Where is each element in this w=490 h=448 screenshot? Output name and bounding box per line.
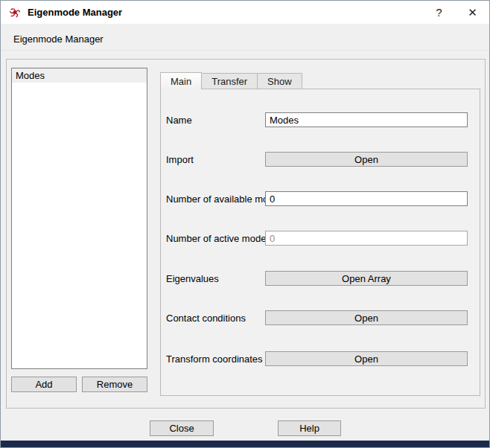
tab-main[interactable]: Main	[160, 72, 202, 89]
eigenmode-manager-dialog: Eigenmode Manager ? ✕ Eigenmode Manager …	[0, 0, 490, 448]
active-modes-label: Number of active modes	[166, 233, 271, 244]
titlebar-buttons: ? ✕	[422, 1, 489, 24]
modes-list[interactable]: Modes	[11, 68, 147, 369]
list-item-modes[interactable]: Modes	[12, 68, 147, 83]
available-modes-input[interactable]	[265, 191, 468, 206]
close-button[interactable]: Close	[150, 420, 214, 436]
help-button[interactable]: ?	[422, 1, 456, 24]
tab-bar: Main Transfer Show	[160, 72, 302, 89]
close-icon[interactable]: ✕	[456, 1, 489, 24]
remove-button[interactable]: Remove	[82, 377, 147, 392]
contact-conditions-open-button[interactable]: Open	[265, 310, 468, 325]
help-footer-button[interactable]: Help	[278, 420, 341, 436]
contact-conditions-label: Contact conditions	[166, 313, 246, 324]
name-label: Name	[166, 115, 192, 126]
import-open-button[interactable]: Open	[265, 152, 468, 167]
active-modes-input[interactable]	[265, 231, 468, 246]
transform-coordinates-open-button[interactable]: Open	[265, 351, 468, 366]
window-title: Eigenmode Manager	[28, 7, 122, 18]
name-input[interactable]	[265, 112, 468, 127]
add-button[interactable]: Add	[11, 377, 77, 392]
tab-transfer[interactable]: Transfer	[202, 73, 258, 89]
transform-coordinates-label: Transform coordinates	[166, 353, 263, 365]
eigenvalues-label: Eigenvalues	[166, 273, 219, 284]
header-separator	[1, 50, 489, 51]
title-bar: Eigenmode Manager ? ✕	[1, 1, 489, 24]
eigenvalues-open-array-button[interactable]: Open Array	[265, 271, 468, 286]
bottom-strip	[1, 441, 489, 447]
import-label: Import	[166, 154, 194, 165]
tab-show[interactable]: Show	[258, 73, 302, 89]
page-title: Eigenmode Manager	[13, 33, 104, 45]
app-logo-icon	[8, 6, 22, 19]
